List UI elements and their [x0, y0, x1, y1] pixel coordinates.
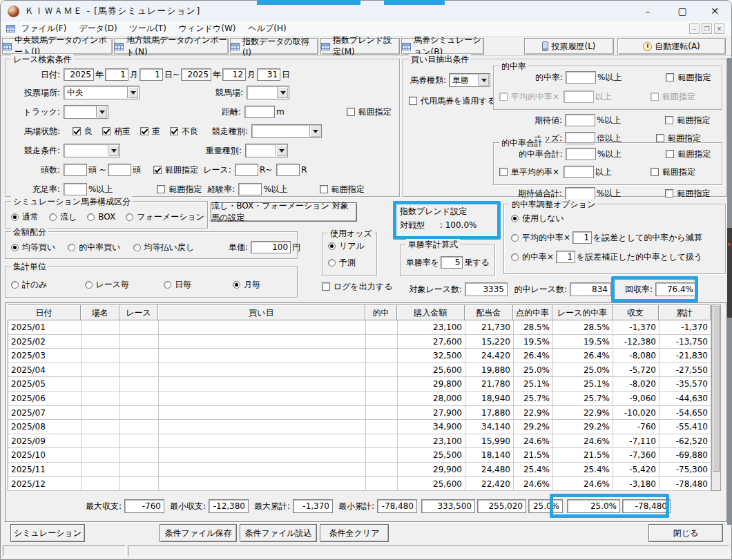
substitute-ticket-checkbox[interactable]: 代用馬券を適用する	[409, 95, 496, 107]
table-row[interactable]: 2025/0227,60015,22019.5%19.5%-12,380-13,…	[8, 335, 711, 349]
menu-help[interactable]: ヘルプ(H)	[242, 23, 292, 35]
from-year-field[interactable]: 2025	[64, 68, 94, 81]
column-header[interactable]: 購入金額	[397, 305, 465, 320]
hit-rate-total-field[interactable]	[566, 148, 596, 160]
table-row[interactable]: 2025/0529,80021,78025.1%25.1%-8,020-35,5…	[8, 377, 711, 392]
menu-window[interactable]: ウィンドウ(W)	[173, 23, 242, 35]
experience-range-checkbox[interactable]: 範囲指定	[320, 184, 365, 195]
menu-file[interactable]: ファイル(F)	[15, 23, 73, 35]
maximize-button[interactable]: ▢	[667, 1, 697, 21]
mdi-close-icon[interactable]: ✕	[714, 23, 724, 34]
radio-per-race[interactable]: レース毎	[85, 279, 130, 291]
close-icon[interactable]: ✕	[700, 1, 730, 21]
column-header[interactable]: 買い目	[158, 305, 365, 320]
dropdown-arrow-icon[interactable]	[127, 87, 138, 98]
single-avg-multiplier-field[interactable]	[564, 166, 594, 178]
radio-hit-rate-buy[interactable]: 的中率買い	[68, 242, 120, 253]
column-header[interactable]: 的中	[365, 305, 397, 320]
ticket-type-select[interactable]: 単勝	[449, 73, 490, 87]
expected-value-field[interactable]	[565, 114, 595, 126]
avg-hit-rate-checkbox[interactable]: 平均的中率×	[499, 91, 559, 103]
dropdown-arrow-icon[interactable]	[96, 106, 107, 117]
from-month-field[interactable]: 1	[105, 68, 128, 81]
avg-hit-multiplier-field[interactable]	[564, 90, 594, 103]
table-row[interactable]: 2025/0425,60019,88025.0%25.0%-5,720-27,5…	[8, 363, 711, 378]
log-output-checkbox[interactable]: ログを出力する	[322, 281, 392, 293]
head-count-range-checkbox[interactable]: 範囲指定	[153, 164, 198, 176]
menu-data[interactable]: データ(D)	[73, 23, 123, 35]
radio-adjust-none[interactable]: 使用しない	[511, 213, 564, 224]
radio-equal-buy[interactable]: 均等買い	[11, 242, 55, 253]
target-horse-settings-button[interactable]: 流し・BOX・フォーメーション 対象馬の設定	[211, 202, 357, 222]
radio-adjust-subtract[interactable]: 平均的中率×	[511, 232, 570, 244]
simulation-button[interactable]: シミュレーション	[10, 524, 85, 542]
head-count-to-field[interactable]	[108, 164, 131, 176]
column-header[interactable]: レース	[119, 305, 158, 320]
column-header[interactable]: レース的中率	[552, 305, 613, 320]
expected-value-range-checkbox[interactable]: 範囲指定	[665, 115, 710, 126]
to-day-field[interactable]: 31	[257, 68, 280, 81]
radio-adjust-correct[interactable]: 的中率×	[511, 251, 554, 263]
course-select[interactable]	[247, 86, 289, 99]
dropdown-arrow-icon[interactable]	[309, 126, 320, 137]
distance-range-checkbox[interactable]: 範囲指定	[347, 106, 392, 118]
import-local-button[interactable]: 地方競馬データのインポート(N)	[114, 38, 229, 55]
dropdown-arrow-icon[interactable]	[277, 87, 288, 98]
table-row[interactable]: 2025/0834,90034,14029.2%29.2%-760-55,410	[8, 420, 711, 434]
hit-rate-field[interactable]	[566, 71, 596, 84]
avg-hit-range-checkbox[interactable]: 範囲指定	[651, 91, 695, 103]
mdi-restore-button[interactable]: ❐	[702, 23, 712, 34]
race-condition-select[interactable]	[64, 144, 120, 157]
close-button[interactable]: 閉じる	[648, 524, 723, 542]
unit-price-field[interactable]: 100	[251, 241, 291, 253]
adjust-subtract-field[interactable]: 1	[572, 231, 592, 244]
clear-all-conditions-button[interactable]: 条件全クリア	[320, 524, 389, 542]
save-condition-file-button[interactable]: 条件ファイル保存	[160, 524, 237, 542]
single-avg-range-checkbox[interactable]: 範囲指定	[651, 166, 695, 178]
radio-total-only[interactable]: 計のみ	[11, 279, 48, 291]
minimize-button[interactable]: –	[633, 1, 663, 21]
radio-box[interactable]: BOX	[87, 212, 115, 222]
radio-per-month[interactable]: 月毎	[233, 279, 260, 291]
sufficiency-field[interactable]	[64, 183, 87, 195]
place-select[interactable]: 中央	[64, 86, 139, 99]
auto-run-button[interactable]: 自動運転(A)	[617, 38, 726, 55]
mdi-minimize-button[interactable]: –	[689, 23, 700, 34]
race-to-field[interactable]	[276, 164, 300, 176]
column-header[interactable]: 日付	[8, 305, 81, 320]
adjust-correct-field[interactable]: 1	[556, 251, 575, 263]
weight-type-select[interactable]	[245, 144, 288, 157]
column-header[interactable]: 収支	[613, 305, 659, 320]
to-year-field[interactable]: 2025	[181, 68, 211, 81]
table-row[interactable]: 2025/1225,60022,42024.6%24.6%-3,180-78,4…	[8, 477, 711, 492]
radio-real-odds[interactable]: リアル	[328, 240, 365, 252]
radio-normal[interactable]: 通常	[11, 211, 39, 223]
experience-field[interactable]	[238, 183, 262, 195]
expected-total-field[interactable]	[565, 187, 595, 200]
distance-field[interactable]	[244, 106, 275, 118]
condition-bad-checkbox[interactable]: 不良	[170, 126, 198, 137]
single-avg-rate-checkbox[interactable]: 単平均的率×	[499, 166, 559, 178]
table-row[interactable]: 2025/0123,10021,73028.5%28.5%-1,370-1,37…	[8, 320, 711, 335]
column-header[interactable]: 点的中率	[513, 305, 552, 320]
table-row[interactable]: 2025/1025,50018,14021.5%21.5%-7,360-69,8…	[8, 448, 711, 463]
column-header[interactable]: 場名	[81, 305, 119, 320]
column-header[interactable]: 配当金	[465, 305, 513, 320]
dropdown-arrow-icon[interactable]	[276, 145, 287, 156]
table-row[interactable]: 2025/0923,10015,99024.6%24.6%-7,110-62,5…	[8, 434, 711, 449]
hit-rate-total-range-checkbox[interactable]: 範囲指定	[666, 148, 711, 160]
vertical-scrollbar[interactable]	[711, 305, 721, 491]
expected-total-range-checkbox[interactable]: 範囲指定	[665, 188, 710, 200]
race-type-select[interactable]	[251, 124, 322, 138]
table-row[interactable]: 2025/0332,50024,42026.4%26.4%-8,080-21,8…	[8, 349, 711, 363]
get-index-data-button[interactable]: 指数データの取得(I)	[230, 38, 318, 55]
radio-per-day[interactable]: 日毎	[164, 279, 191, 291]
sufficiency-range-checkbox[interactable]: 範囲指定	[157, 184, 202, 195]
dropdown-arrow-icon[interactable]	[478, 75, 489, 86]
to-month-field[interactable]: 12	[222, 68, 246, 81]
scrollbar-thumb[interactable]	[713, 306, 720, 472]
condition-good-checkbox[interactable]: 良	[73, 126, 93, 137]
radio-formation[interactable]: フォーメーション	[126, 211, 204, 223]
load-condition-file-button[interactable]: 条件ファイル読込	[240, 524, 317, 542]
radio-equal-payout[interactable]: 均等払い戻し	[133, 242, 195, 253]
